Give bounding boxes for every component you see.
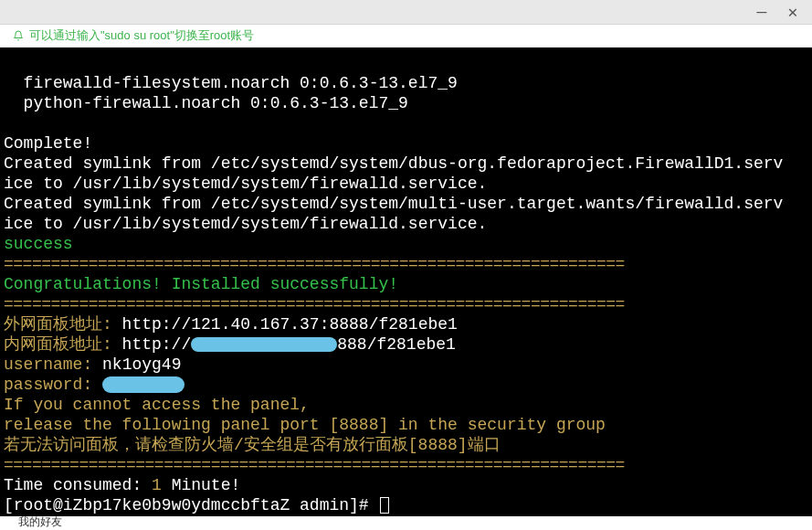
terminal-line: Created symlink from /etc/systemd/system… [0, 154, 783, 173]
username-label: username: [4, 355, 102, 374]
warn-line-cn: 若无法访问面板，请检查防火墙/安全组是否有放行面板[8888]端口 [0, 436, 501, 454]
external-url-line: 外网面板地址: http://121.40.167.37:8888/f281eb… [0, 315, 458, 334]
close-button[interactable]: ✕ [777, 1, 808, 24]
bell-icon [13, 30, 24, 41]
redacted-password [102, 376, 185, 393]
internal-url-line: 内网面板地址: http://888/f281ebe1 [0, 335, 456, 354]
terminal-line-congrats: Congratulations! Installed successfully! [0, 275, 398, 293]
cursor-icon [380, 497, 389, 514]
password-line: password: [0, 376, 185, 394]
terminal-line: Complete! [0, 134, 92, 153]
minimize-button[interactable]: — [746, 1, 777, 24]
warn-line: If you cannot access the panel, [0, 396, 310, 414]
external-url-value: http://121.40.167.37:8888/f281ebe1 [122, 315, 458, 334]
prompt-text: [root@iZbp17ke0b9w0ydmccbftaZ admin]# [4, 496, 378, 514]
bottom-strip: 我的好友 [0, 516, 812, 530]
time-suffix: Minute! [162, 476, 240, 494]
prompt-line[interactable]: [root@iZbp17ke0b9w0ydmccbftaZ admin]# [0, 496, 389, 514]
password-label: password: [4, 376, 102, 394]
terminal-line-success: success [0, 235, 73, 253]
bottom-text: 我的好友 [18, 516, 62, 530]
window-titlebar: — ✕ [0, 0, 812, 25]
terminal-line: python-firewall.noarch 0:0.6.3-13.el7_9 [0, 94, 408, 112]
separator: ========================================… [0, 255, 625, 273]
terminal-line: Created symlink from /etc/systemd/system… [0, 195, 783, 213]
internal-url-label: 内网面板地址: [4, 335, 122, 354]
terminal-line: firewalld-filesystem.noarch 0:0.6.3-13.e… [0, 74, 458, 92]
terminal-line: ice to /usr/lib/systemd/system/firewalld… [0, 175, 487, 193]
internal-url-prefix: http:// [122, 335, 192, 354]
hint-bar: 可以通过输入"sudo su root"切换至root账号 [0, 25, 812, 48]
close-icon: ✕ [788, 2, 798, 22]
redacted-ip [191, 337, 337, 352]
external-url-label: 外网面板地址: [4, 315, 122, 334]
username-value: nk1oyg49 [102, 355, 181, 374]
terminal-line: ice to /usr/lib/systemd/system/firewalld… [0, 215, 487, 233]
hint-text: 可以通过输入"sudo su root"切换至root账号 [29, 27, 254, 44]
separator: ========================================… [0, 456, 625, 474]
time-label: Time consumed: [4, 476, 152, 494]
time-value: 1 [152, 476, 162, 494]
internal-url-suffix: 888/f281ebe1 [337, 335, 456, 354]
minimize-icon: — [757, 3, 767, 21]
terminal-output[interactable]: firewalld-filesystem.noarch 0:0.6.3-13.e… [0, 48, 812, 516]
username-line: username: nk1oyg49 [0, 355, 181, 374]
time-line: Time consumed: 1 Minute! [0, 476, 240, 494]
warn-line: release the following panel port [8888] … [0, 416, 606, 434]
separator: ========================================… [0, 295, 625, 313]
